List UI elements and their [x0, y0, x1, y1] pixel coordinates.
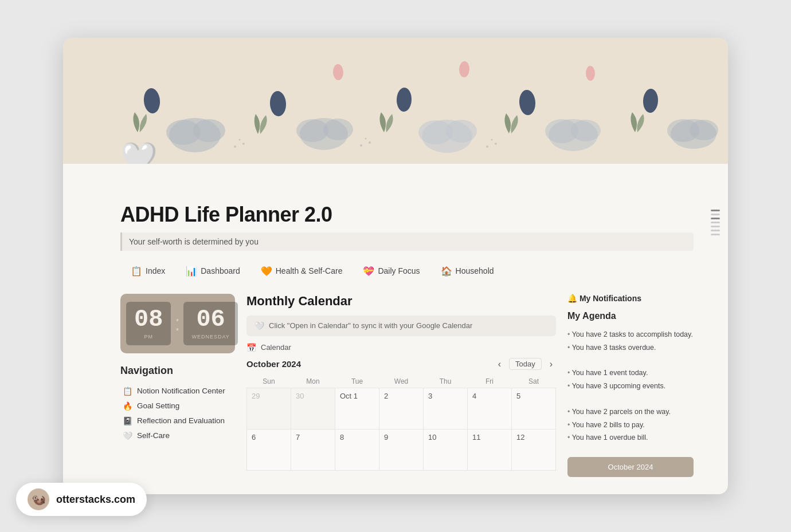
nav-item-goals[interactable]: 🔥 Goal Setting	[120, 399, 235, 413]
calendar-cell[interactable]: 10	[424, 429, 468, 470]
nav-selfcare-icon: 🤍	[123, 431, 132, 440]
notion-window: 🤍 ADHD Life Planner 2.0 Your self-worth …	[63, 38, 728, 494]
right-column: 🔔 My Notifications My Agenda You have 2 …	[567, 294, 694, 477]
calendar-row: 6 7 8 9 10 11 12	[247, 429, 556, 470]
calendar-label: Calendar	[261, 343, 291, 352]
tab-health[interactable]: 🧡 Health & Self-Care	[250, 262, 353, 280]
svg-point-15	[323, 119, 353, 140]
day-header-tue: Tue	[335, 375, 379, 388]
nav-item-reflection[interactable]: 📓 Reflection and Evaluation	[120, 413, 235, 428]
nav-notifications-icon: 📋	[123, 387, 132, 396]
nav-item-selfcare[interactable]: 🤍 Self-Care	[120, 428, 235, 443]
scrollbar[interactable]	[711, 210, 720, 235]
tab-household[interactable]: 🏠 Household	[430, 262, 504, 280]
tab-dashboard[interactable]: 📊 Dashboard	[175, 262, 250, 280]
navigation-section: Navigation 📋 Notion Notification Center …	[120, 365, 235, 443]
svg-point-33	[491, 139, 493, 140]
calendar-hint: 🤍 Click "Open in Calendar" to sync it wi…	[246, 316, 556, 336]
agenda-item: You have 3 upcoming events.	[567, 380, 694, 393]
day-header-sun: Sun	[247, 375, 291, 388]
branding-avatar: 🦦	[28, 488, 49, 510]
nav-item-notifications[interactable]: 📋 Notion Notification Center	[120, 384, 235, 399]
nav-goals-icon: 🔥	[123, 401, 132, 411]
calendar-icon: 📅	[246, 343, 256, 352]
calendar-cell[interactable]: 29	[247, 388, 291, 429]
tab-index[interactable]: 📋 Index	[120, 262, 175, 280]
calendar-cell[interactable]: 30	[291, 388, 335, 429]
scrollbar-item[interactable]	[711, 218, 720, 219]
svg-point-24	[690, 120, 718, 140]
page-quote: Your self-worth is determined by you	[120, 232, 694, 251]
calendar-cell[interactable]: 8	[335, 429, 379, 470]
calendar-today-button[interactable]: Today	[509, 358, 542, 370]
svg-point-31	[486, 145, 488, 148]
calendar-cell[interactable]: Oct 1	[335, 388, 379, 429]
nav-selfcare-label: Self-Care	[137, 431, 170, 440]
tab-dashboard-label: Dashboard	[201, 266, 240, 275]
calendar-cell[interactable]: 6	[247, 429, 291, 470]
day-header-mon: Mon	[291, 375, 335, 388]
calendar-grid: Sun Mon Tue Wed Thu Fri Sat 29 30	[246, 375, 556, 471]
clock-divider: :	[173, 302, 181, 345]
scrollbar-item[interactable]	[711, 226, 720, 227]
day-header-sat: Sat	[512, 375, 556, 388]
nav-goals-label: Goal Setting	[137, 401, 179, 410]
calendar-cell[interactable]: 5	[512, 388, 556, 429]
scrollbar-item[interactable]	[711, 210, 720, 211]
calendar-prev-button[interactable]: ‹	[495, 358, 504, 371]
svg-point-18	[446, 120, 477, 143]
clock-widget: 08 PM : 06 WEDNESDAY	[120, 294, 235, 353]
calendar-cell[interactable]: 12	[512, 429, 556, 470]
scrollbar-item[interactable]	[711, 214, 720, 215]
calendar-next-button[interactable]: ›	[546, 358, 556, 371]
tab-household-icon: 🏠	[441, 266, 452, 277]
clock-hours-block: 08 PM	[126, 302, 171, 345]
calendar-nav-buttons: ‹ Today ›	[495, 358, 556, 371]
page-content: ADHD Life Planner 2.0 Your self-worth is…	[63, 164, 728, 494]
agenda-item: You have 2 tasks to accomplish today.	[567, 328, 694, 341]
nav-section-title: Navigation	[120, 365, 235, 377]
tab-index-label: Index	[146, 266, 165, 275]
agenda-item: You have 1 overdue bill.	[567, 431, 694, 444]
agenda-group-events: You have 1 event today. You have 3 upcom…	[567, 367, 694, 393]
tab-daily[interactable]: 💝 Daily Focus	[353, 262, 430, 280]
tab-household-label: Household	[456, 266, 494, 275]
calendar-section-title: Monthly Calendar	[246, 294, 556, 309]
scrollbar-item[interactable]	[711, 234, 720, 235]
calendar-cell[interactable]: 2	[379, 388, 424, 429]
page-icon: 🤍	[120, 140, 158, 164]
agenda-item: You have 1 event today.	[567, 367, 694, 380]
branding-badge: 🦦 otterstacks.com	[16, 483, 147, 516]
calendar-header-row: 📅 Calendar	[246, 343, 556, 352]
calendar-cell[interactable]: 11	[468, 429, 512, 470]
agenda-item: You have 2 parcels on the way.	[567, 405, 694, 419]
svg-point-30	[365, 137, 367, 139]
tab-health-label: Health & Self-Care	[276, 266, 343, 275]
calendar-cell[interactable]: 3	[424, 388, 468, 429]
clock-period: PM	[134, 334, 163, 340]
center-column: Monthly Calendar 🤍 Click "Open in Calend…	[246, 294, 556, 471]
svg-point-26	[242, 143, 245, 145]
main-layout: 08 PM : 06 WEDNESDAY Navigation 📋 Notion…	[120, 294, 694, 477]
view-more-button[interactable]: October 2024	[567, 457, 694, 477]
svg-point-29	[369, 141, 371, 144]
svg-point-25	[234, 145, 236, 148]
svg-point-21	[571, 120, 601, 141]
agenda-group-tasks: You have 2 tasks to accomplish today. Yo…	[567, 328, 694, 354]
calendar-cell[interactable]: 4	[468, 388, 512, 429]
nav-tabs: 📋 Index 📊 Dashboard 🧡 Health & Self-Care…	[120, 262, 694, 280]
calendar-cell[interactable]: 7	[291, 429, 335, 470]
agenda-item: You have 3 tasks overdue.	[567, 341, 694, 354]
scrollbar-item[interactable]	[711, 222, 720, 223]
day-header-wed: Wed	[379, 375, 424, 388]
tab-health-icon: 🧡	[261, 266, 272, 277]
left-column: 08 PM : 06 WEDNESDAY Navigation 📋 Notion…	[120, 294, 235, 443]
calendar-cell[interactable]: 9	[379, 429, 424, 470]
calendar-days-header: Sun Mon Tue Wed Thu Fri Sat	[247, 375, 556, 388]
calendar-row: 29 30 Oct 1 2 3 4 5	[247, 388, 556, 429]
nav-reflection-label: Reflection and Evaluation	[137, 416, 225, 425]
agenda-group-parcels: You have 2 parcels on the way. You have …	[567, 405, 694, 444]
scrollbar-item[interactable]	[711, 230, 720, 231]
calendar-month: October 2024	[246, 359, 301, 369]
svg-point-27	[239, 139, 241, 140]
